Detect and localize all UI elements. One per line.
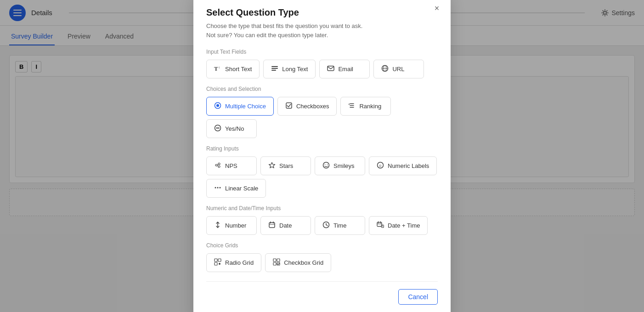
svg-rect-8	[271, 70, 276, 71]
option-linear-scale[interactable]: Linear Scale	[206, 179, 266, 198]
modal-title: Select Question Type	[206, 7, 438, 18]
section-label-rating: Rating Inputs	[206, 145, 438, 152]
svg-text:↑: ↑	[218, 66, 220, 70]
email-icon	[327, 65, 334, 73]
option-number[interactable]: Number	[206, 216, 257, 235]
smileys-icon	[322, 162, 330, 170]
modal-overlay: × Select Question Type Choose the type t…	[0, 0, 644, 312]
option-checkboxes[interactable]: Checkboxes	[277, 97, 337, 116]
radio-grid-icon	[214, 258, 221, 267]
svg-text:T: T	[214, 65, 218, 72]
svg-point-27	[323, 162, 329, 168]
svg-point-22	[218, 163, 220, 165]
option-radio-grid[interactable]: Radio Grid	[206, 253, 261, 272]
svg-line-25	[217, 166, 218, 166]
svg-point-33	[217, 187, 219, 189]
ranking-label: Ranking	[359, 103, 381, 110]
checkbox-grid-label: Checkbox Grid	[284, 259, 323, 266]
svg-rect-43	[377, 223, 382, 227]
option-numeric-labels[interactable]: 0 Numeric Labels	[369, 156, 437, 175]
time-icon	[322, 221, 330, 230]
svg-line-42	[326, 225, 328, 226]
multiple-choice-label: Multiple Choice	[225, 103, 266, 110]
nps-icon	[214, 162, 221, 170]
email-label: Email	[338, 66, 353, 72]
svg-rect-50	[215, 259, 217, 262]
svg-rect-9	[328, 66, 334, 71]
url-icon	[381, 65, 389, 73]
yes-no-label: Yes/No	[225, 125, 244, 132]
nps-label: NPS	[225, 162, 237, 169]
multiple-choice-icon	[214, 102, 221, 111]
modal-subtitle: Choose the type that best fits the quest…	[206, 22, 438, 39]
option-smileys[interactable]: Smileys	[315, 156, 365, 175]
svg-point-28	[325, 164, 326, 165]
option-ranking[interactable]: Ranking	[340, 97, 391, 116]
date-time-icon	[377, 221, 384, 230]
ranking-icon	[348, 102, 356, 111]
number-label: Number	[225, 222, 246, 229]
option-nps[interactable]: NPS	[206, 156, 257, 175]
checkboxes-icon	[285, 102, 293, 111]
svg-rect-54	[273, 259, 276, 262]
section-label-input-text: Input Text Fields	[206, 49, 438, 55]
option-yes-no[interactable]: Yes/No	[206, 119, 257, 138]
svg-point-53	[219, 263, 220, 265]
checkboxes-label: Checkboxes	[296, 103, 329, 110]
svg-marker-26	[269, 162, 275, 168]
svg-rect-52	[215, 262, 217, 265]
svg-line-49	[383, 226, 383, 227]
select-question-type-modal: × Select Question Type Choose the type t…	[193, 0, 451, 312]
section-label-numeric: Numeric and Date/Time Inputs	[206, 205, 438, 212]
date-time-label: Date + Time	[388, 222, 420, 229]
cancel-button[interactable]: Cancel	[398, 289, 438, 305]
svg-point-21	[215, 164, 217, 166]
input-text-options: T ↑ Short Text Long Text	[206, 60, 438, 78]
numeric-options: Number Date	[206, 216, 438, 235]
svg-rect-36	[269, 223, 275, 228]
date-label: Date	[279, 222, 292, 229]
svg-rect-6	[271, 66, 278, 67]
option-stars[interactable]: Stars	[260, 156, 311, 175]
svg-point-23	[218, 166, 220, 167]
radio-grid-label: Radio Grid	[225, 259, 254, 266]
section-label-choices: Choices and Selection	[206, 86, 438, 92]
yes-no-icon	[214, 124, 221, 133]
svg-rect-7	[271, 68, 278, 69]
numeric-labels-label: Numeric Labels	[388, 162, 429, 169]
short-text-icon: T ↑	[214, 65, 221, 73]
date-icon	[268, 221, 276, 230]
option-multiple-choice[interactable]: Multiple Choice	[206, 97, 274, 116]
long-text-label: Long Text	[282, 66, 308, 72]
checkbox-grid-icon	[273, 258, 280, 267]
option-email[interactable]: Email	[319, 60, 370, 78]
choices-options: Multiple Choice Checkboxes	[206, 97, 438, 138]
modal-close-button[interactable]: ×	[430, 2, 443, 15]
option-checkbox-grid[interactable]: Checkbox Grid	[265, 253, 331, 272]
modal-footer: Cancel	[206, 281, 438, 305]
url-label: URL	[392, 66, 404, 72]
long-text-icon	[271, 65, 278, 73]
number-icon	[214, 221, 221, 230]
svg-text:0: 0	[379, 164, 382, 168]
svg-rect-51	[218, 259, 221, 262]
grids-options: Radio Grid Checkbox Grid	[206, 253, 438, 272]
svg-point-29	[327, 164, 328, 165]
option-url[interactable]: URL	[373, 60, 424, 78]
svg-point-34	[220, 187, 221, 189]
option-time[interactable]: Time	[315, 216, 365, 235]
rating-options: NPS Stars S	[206, 156, 438, 198]
option-short-text[interactable]: T ↑ Short Text	[206, 60, 260, 78]
svg-rect-55	[277, 259, 280, 262]
smileys-label: Smileys	[333, 162, 355, 169]
stars-icon	[268, 162, 276, 170]
option-long-text[interactable]: Long Text	[263, 60, 316, 78]
option-date-time[interactable]: Date + Time	[369, 216, 428, 235]
svg-rect-20	[216, 128, 220, 128]
time-label: Time	[333, 222, 346, 229]
svg-line-24	[217, 164, 218, 165]
linear-scale-label: Linear Scale	[225, 185, 258, 192]
svg-point-32	[215, 187, 216, 189]
numeric-labels-icon: 0	[377, 162, 384, 170]
option-date[interactable]: Date	[260, 216, 311, 235]
